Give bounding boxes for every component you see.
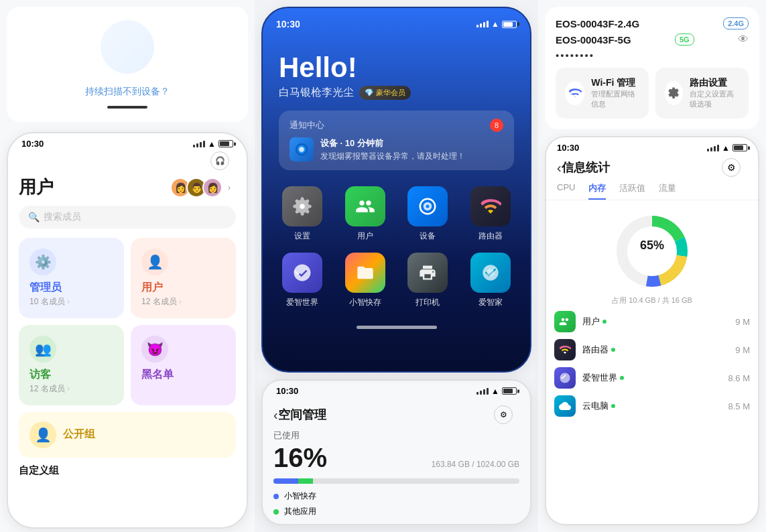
app-mem-name-user: 用户	[582, 316, 728, 328]
tab-memory[interactable]: 内存	[588, 182, 606, 200]
public-group-icon: 👤	[29, 421, 56, 448]
scan-visual	[101, 20, 154, 74]
used-label: 已使用	[273, 429, 519, 442]
info-back-button[interactable]: ‹	[557, 160, 562, 176]
donut-chart: 65% 占用 10.4 GB / 共 16 GB	[546, 206, 758, 311]
headset-button[interactable]: 🎧	[210, 151, 229, 170]
search-placeholder: 搜索成员	[44, 211, 81, 223]
vip-icon: 💎	[365, 88, 374, 97]
wifi-icon: ▲	[491, 19, 499, 29]
status-dot	[611, 348, 615, 352]
username: 白马银枪李光尘	[279, 86, 354, 100]
signal-icon	[707, 145, 719, 151]
role-grid: ⚙️ 管理员 10 名成员 › 👤 用户 12 名成员 › 👥	[19, 238, 236, 405]
role-card-blacklist[interactable]: 😈 黑名单	[131, 325, 236, 405]
wifi-icon: ▲	[208, 139, 216, 149]
freq-badge-5: 5G	[675, 34, 694, 46]
back-button[interactable]: ‹	[273, 407, 278, 423]
info-settings-button[interactable]: ⚙	[722, 158, 741, 177]
status-dot	[620, 376, 624, 380]
used-percent: 16%	[273, 443, 327, 473]
freq-badge-24: 2.4G	[723, 17, 749, 29]
wifi-name-2: EOS-00043F-5G	[556, 34, 631, 46]
app-memory-list: 用户 9 M 路由器 9 M	[546, 311, 758, 417]
role-card-admin[interactable]: ⚙️ 管理员 10 名成员 ›	[19, 238, 124, 318]
app-item-aizhi[interactable]: 爱智世界	[276, 253, 328, 308]
notif-text: 设备 · 10 分钟前 发现烟雾报警器设备异常，请及时处理！	[320, 137, 465, 162]
app-grid: 设置 用户 设备	[263, 176, 530, 319]
battery-icon	[732, 144, 747, 151]
visitor-name: 访客	[29, 368, 113, 382]
bar-segment-blue	[273, 478, 298, 484]
scan-area: 持续扫描不到设备？	[7, 7, 248, 122]
tab-active[interactable]: 活跃值	[619, 182, 645, 200]
public-group-card[interactable]: 👤 公开组	[19, 412, 236, 458]
app-item-device[interactable]: 设备	[402, 186, 454, 242]
app-item-user[interactable]: 用户	[339, 186, 391, 242]
password-row: ••••••••	[556, 50, 749, 61]
search-bar[interactable]: 🔍 搜索成员	[19, 206, 236, 228]
storage-label: 占用 10.4 GB / 共 16 GB	[612, 295, 692, 306]
status-dot	[611, 404, 615, 408]
wifi-manage-button[interactable]: Wi-Fi 管理 管理配置网络信息	[556, 68, 649, 119]
eye-icon[interactable]: 👁	[738, 34, 749, 46]
app-mem-icon-user	[554, 311, 576, 332]
app-mem-size-yunpc: 8.5 M	[728, 401, 750, 411]
status-bar: 10:30 ▲	[8, 133, 247, 151]
app-icon-router	[470, 186, 511, 226]
role-card-user[interactable]: 👤 用户 12 名成员 ›	[131, 238, 236, 318]
battery-icon	[502, 21, 517, 28]
app-mem-name-router: 路由器	[582, 344, 728, 356]
wifi-actions: Wi-Fi 管理 管理配置网络信息 路由设置 自定义设置高级选项	[556, 68, 749, 119]
public-group-name: 公开组	[63, 427, 95, 442]
settings-button[interactable]: ⚙	[494, 405, 513, 424]
vip-label: 豪华会员	[376, 88, 405, 98]
space-content: 已使用 16% 163.84 GB / 1024.00 GB 小智快存 其他应用	[263, 429, 530, 517]
used-detail: 163.84 GB / 1024.00 GB	[432, 460, 519, 469]
hello-phone: 10:30 ▲ Hello! 白马银枪李光尘 💎	[261, 7, 531, 373]
chevron-right-icon[interactable]: ›	[222, 181, 236, 194]
app-memory-item: 云电脑 8.5 M	[554, 395, 750, 417]
info-title: 信息统计	[562, 159, 610, 176]
search-icon: 🔍	[28, 212, 40, 222]
tab-cpu[interactable]: CPU	[557, 182, 575, 200]
user-management-section: 用户 👩 👨 👩 › 🔍 搜索成员 ⚙️ 管理员 10 名成员	[8, 173, 247, 490]
user-title: 用户	[19, 176, 54, 199]
app-mem-name-yunpc: 云电脑	[582, 400, 721, 412]
hello-user: 白马银枪李光尘 💎 豪华会员	[279, 86, 514, 100]
tab-traffic[interactable]: 流量	[659, 182, 676, 200]
app-item-aijia[interactable]: 爱智家	[464, 253, 517, 308]
storage-item: 小智快存	[273, 490, 519, 502]
app-item-router[interactable]: 路由器	[464, 186, 517, 242]
app-item-xiaozhi[interactable]: 小智快存	[339, 253, 391, 308]
wifi-manage-icon	[565, 81, 584, 105]
battery-icon	[218, 140, 233, 147]
visitor-count: 12 名成员 ›	[29, 383, 113, 395]
status-icons: ▲	[193, 139, 233, 149]
router-settings-button[interactable]: 路由设置 自定义设置高级选项	[655, 68, 749, 119]
storage-item-label: 小智快存	[284, 490, 316, 502]
space-title: 空间管理	[278, 407, 326, 423]
scan-bar	[107, 106, 147, 109]
app-icon-aijia	[470, 253, 511, 293]
space-status-icons: ▲	[476, 387, 517, 396]
svg-point-5	[426, 205, 430, 208]
svg-text:65%: 65%	[640, 239, 664, 252]
storage-item-label: 其他应用	[284, 506, 316, 517]
bar-segment-green	[298, 478, 313, 484]
app-icon-printer	[407, 253, 448, 293]
app-item-printer[interactable]: 打印机	[402, 253, 454, 308]
storage-bar	[273, 478, 519, 484]
hello-status-icons: ▲	[476, 19, 517, 29]
scan-hint[interactable]: 持续扫描不到设备？	[85, 86, 170, 98]
dot-icon	[273, 494, 279, 499]
app-icon-device	[407, 186, 448, 226]
role-card-visitor[interactable]: 👥 访客 12 名成员 ›	[19, 325, 124, 405]
app-name-aijia: 爱智家	[478, 297, 503, 308]
app-item-settings[interactable]: 设置	[276, 186, 328, 242]
app-mem-size-user: 9 M	[735, 317, 750, 327]
router-settings-icon	[665, 81, 683, 105]
space-time: 10:30	[276, 386, 298, 396]
info-status-icons: ▲	[707, 143, 747, 153]
app-name-settings: 设置	[294, 230, 310, 242]
